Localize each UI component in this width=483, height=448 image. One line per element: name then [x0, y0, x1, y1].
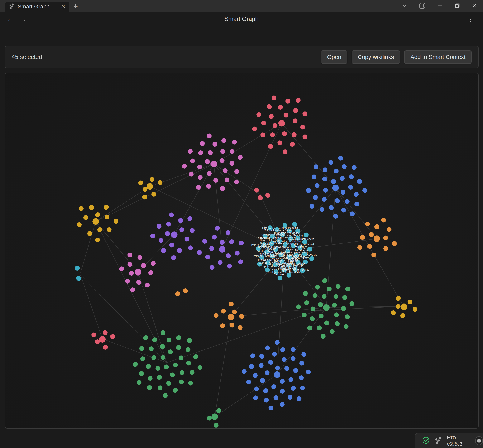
graph-node-blue-bottom[interactable] [246, 380, 251, 384]
graph-node-blue-bottom[interactable] [269, 406, 274, 410]
graph-node-green-right[interactable] [322, 294, 326, 299]
graph-node-yellow-right[interactable] [391, 310, 396, 315]
graph-node-purple-left[interactable] [185, 237, 189, 241]
graph-node-pink-top[interactable] [223, 168, 228, 173]
graph-node-red-top[interactable] [272, 96, 276, 100]
graph-node-blue-right[interactable] [338, 156, 343, 160]
graph-node-pink-top[interactable] [205, 159, 210, 164]
graph-node-teal-center[interactable] [278, 276, 282, 280]
graph-node-purple-right[interactable] [215, 226, 220, 231]
graph-node-blue-bottom[interactable] [306, 370, 311, 375]
graph-node-blue-right[interactable] [323, 188, 328, 192]
graph-node-green-big[interactable] [160, 344, 165, 349]
graph-node-green-right[interactable] [334, 294, 338, 299]
graph-node-red-top[interactable] [300, 125, 305, 129]
graph-node-orange-bottom[interactable] [238, 325, 242, 330]
graph-node-blue-bottom[interactable] [280, 379, 285, 384]
graph-node-green-right[interactable] [345, 314, 350, 319]
graph-node-pink-top[interactable] [198, 175, 203, 180]
graph-node-blue-bottom[interactable] [284, 366, 289, 371]
graph-node-yellow-left[interactable] [95, 238, 100, 242]
graph-node-yellow-left[interactable] [95, 212, 100, 217]
graph-node-purple-left[interactable] [187, 216, 192, 221]
graph-node-green-small[interactable] [217, 408, 221, 413]
graph-node-blue-right[interactable] [314, 183, 319, 188]
graph-node-purple-right[interactable] [227, 264, 232, 269]
graph-node-pink-top[interactable] [198, 150, 203, 155]
graph-node-green-big[interactable] [180, 370, 184, 375]
open-button[interactable]: Open [321, 50, 347, 64]
graph-node-blue-bottom[interactable] [293, 368, 298, 373]
graph-node-blue-bottom[interactable] [249, 364, 254, 369]
graph-node-purple-left[interactable] [159, 238, 163, 243]
graph-node-green-big[interactable] [187, 338, 192, 343]
graph-node-green-big[interactable] [176, 336, 181, 340]
graph-node-green-big[interactable] [133, 362, 138, 367]
graph-node-orange-right[interactable] [365, 222, 370, 226]
graph-node-pink-top[interactable] [190, 159, 195, 163]
graph-node-red-top[interactable] [252, 127, 257, 131]
graph-node-green-big[interactable] [139, 346, 144, 351]
graph-node-yellow-right[interactable] [412, 307, 417, 312]
graph-node-green-right[interactable] [303, 291, 308, 296]
graph-node-yellow-small[interactable] [147, 183, 153, 190]
graph-node-yellow-small[interactable] [143, 187, 147, 192]
graph-node-red-top[interactable] [293, 108, 298, 113]
graph-node-green-big[interactable] [185, 347, 190, 352]
graph-node-red-top[interactable] [284, 113, 289, 118]
graph-node-blue-right[interactable] [340, 176, 345, 181]
graph-node-purple-left[interactable] [165, 231, 170, 236]
graph-node-blue-right[interactable] [354, 202, 359, 207]
graph-node-purple-left[interactable] [157, 224, 161, 229]
graph-node-blue-right[interactable] [348, 185, 353, 190]
graph-node-blue-bottom[interactable] [268, 360, 273, 365]
graph-node-pink-top[interactable] [220, 149, 225, 154]
graph-node-green-big[interactable] [186, 361, 191, 365]
graph-node-purple-left[interactable] [171, 256, 176, 260]
graph-node-orange-right[interactable] [381, 217, 386, 222]
graph-node-blue-bottom[interactable] [280, 389, 285, 394]
graph-node-orange-right[interactable] [367, 244, 372, 249]
graph-node-green-right[interactable] [341, 306, 346, 311]
graph-node-blue-bottom[interactable] [280, 402, 285, 407]
graph-node-purple-right[interactable] [226, 231, 230, 235]
graph-node-pink-top[interactable] [210, 161, 217, 167]
graph-panel[interactable]: PKM Courses andTutorialsMind MappingBuil… [5, 72, 479, 429]
graph-node-teal-pair[interactable] [75, 266, 80, 271]
graph-node-orange-bottom[interactable] [229, 302, 233, 306]
graph-node-pink-top[interactable] [206, 184, 211, 189]
graph-node-pink-left[interactable] [151, 261, 156, 266]
graph-node-blue-bottom[interactable] [299, 361, 304, 366]
graph-node-yellow-left[interactable] [107, 227, 112, 232]
graph-node-green-big[interactable] [176, 345, 181, 350]
graph-node-green-big[interactable] [179, 355, 183, 360]
graph-node-blue-bottom[interactable] [301, 352, 306, 357]
graph-node-purple-left[interactable] [177, 248, 182, 253]
graph-node-green-big[interactable] [173, 388, 178, 393]
graph-node-blue-bottom[interactable] [274, 371, 280, 378]
graph-node-blue-bottom[interactable] [291, 347, 296, 352]
graph-node-yellow-right[interactable] [401, 304, 407, 310]
tab-smart-graph[interactable]: Smart Graph ✕ [5, 1, 69, 12]
graph-node-pink-top[interactable] [232, 140, 237, 144]
graph-node-green-big[interactable] [168, 350, 173, 354]
graph-node-orange-right[interactable] [374, 224, 379, 229]
graph-node-green-right[interactable] [319, 314, 324, 318]
graph-node-red-top[interactable] [285, 99, 290, 104]
graph-node-orange-right[interactable] [383, 236, 388, 240]
graph-node-green-right[interactable] [311, 306, 315, 311]
graph-node-blue-bottom[interactable] [291, 386, 296, 391]
graph-node-green-big[interactable] [161, 355, 165, 360]
graph-node-pink-top[interactable] [188, 149, 193, 154]
graph-node-blue-bottom[interactable] [272, 352, 277, 357]
graph-node-green-right[interactable] [315, 285, 320, 290]
graph-node-green-right[interactable] [323, 304, 330, 311]
graph-node-blue-right[interactable] [332, 185, 339, 191]
graph-node-green-big[interactable] [139, 371, 144, 376]
copy-wikilinks-button[interactable]: Copy wikilinks [352, 50, 400, 64]
graph-node-purple-right[interactable] [235, 251, 240, 256]
graph-node-blue-bottom[interactable] [288, 395, 292, 400]
graph-node-blue-bottom[interactable] [300, 386, 305, 390]
graph-node-orange-bottom[interactable] [239, 314, 244, 319]
graph-node-purple-right[interactable] [209, 265, 214, 270]
